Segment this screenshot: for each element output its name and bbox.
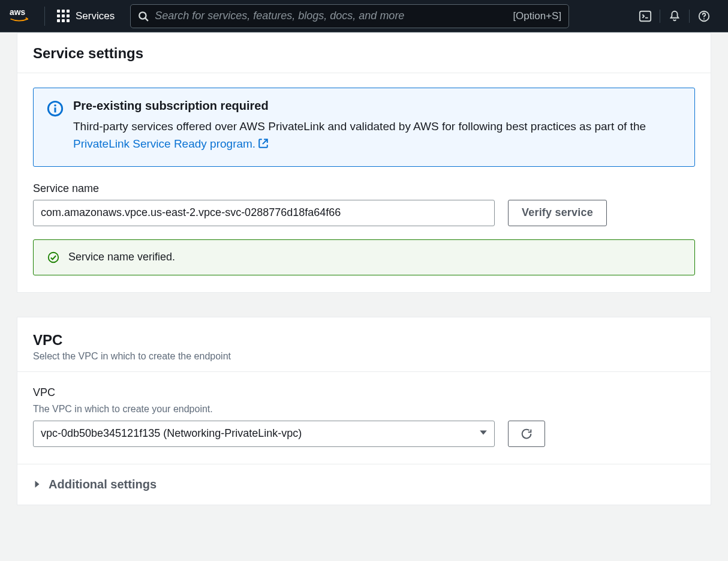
top-nav: aws Services [Option+S] — [0, 0, 728, 32]
privatelink-program-link[interactable]: PrivateLink Service Ready program. — [73, 137, 269, 150]
external-link-icon — [258, 138, 269, 149]
vpc-panel-header: VPC Select the VPC in which to create th… — [17, 317, 711, 372]
service-settings-body: Pre-existing subscription required Third… — [17, 73, 711, 292]
search-icon — [138, 11, 149, 22]
help-button[interactable] — [690, 5, 718, 27]
cloudshell-icon — [639, 10, 652, 23]
svg-line-2 — [146, 18, 149, 21]
caret-right-icon — [33, 480, 41, 488]
search-input[interactable] — [155, 10, 507, 22]
services-menu-button[interactable]: Services — [50, 10, 122, 22]
main-content: Service settings Pre-existing subscripti… — [0, 32, 728, 529]
cloudshell-button[interactable] — [631, 5, 660, 27]
service-settings-header: Service settings — [17, 33, 711, 73]
service-settings-panel: Service settings Pre-existing subscripti… — [17, 32, 711, 293]
bell-icon — [668, 10, 681, 23]
help-icon — [697, 10, 711, 23]
svg-point-11 — [49, 253, 59, 263]
notifications-button[interactable] — [660, 5, 689, 27]
svg-point-6 — [703, 18, 705, 19]
info-box-text: Third-party services offered over AWS Pr… — [73, 118, 681, 153]
service-name-field: Service name Verify service — [33, 182, 695, 226]
vpc-field-sublabel: The VPC in which to create your endpoint… — [33, 404, 695, 415]
grid-icon — [57, 10, 70, 22]
vpc-select-value: vpc-0db50be345121f135 (Networking-Privat… — [33, 421, 495, 447]
service-settings-title: Service settings — [33, 45, 695, 62]
svg-rect-9 — [54, 107, 56, 112]
refresh-vpc-button[interactable] — [508, 421, 545, 447]
check-circle-icon — [47, 251, 60, 264]
vpc-field-label: VPC — [33, 386, 695, 399]
verified-success-box: Service name verified. — [33, 239, 695, 275]
svg-point-8 — [54, 104, 56, 107]
aws-logo[interactable]: aws — [10, 7, 45, 26]
vpc-select[interactable]: vpc-0db50be345121f135 (Networking-Privat… — [33, 421, 495, 447]
svg-line-10 — [263, 140, 267, 145]
verified-message: Service name verified. — [68, 251, 175, 263]
info-box-title: Pre-existing subscription required — [73, 99, 681, 113]
service-name-label: Service name — [33, 182, 695, 195]
vpc-panel-body: VPC The VPC in which to create your endp… — [17, 372, 711, 464]
services-label: Services — [76, 10, 115, 22]
nav-right-icons — [631, 5, 718, 27]
additional-settings-toggle[interactable]: Additional settings — [17, 464, 711, 505]
vpc-panel: VPC Select the VPC in which to create th… — [17, 317, 711, 505]
refresh-icon — [520, 427, 533, 440]
svg-rect-3 — [640, 11, 651, 21]
global-search[interactable]: [Option+S] — [130, 4, 569, 28]
svg-text:aws: aws — [10, 8, 25, 17]
service-name-input[interactable] — [33, 200, 495, 226]
svg-point-1 — [139, 12, 146, 19]
verify-service-button[interactable]: Verify service — [508, 200, 607, 226]
search-shortcut-hint: [Option+S] — [513, 10, 561, 22]
vpc-title: VPC — [33, 332, 695, 349]
additional-settings-label: Additional settings — [49, 478, 157, 491]
vpc-subtitle: Select the VPC in which to create the en… — [33, 351, 695, 362]
subscription-info-box: Pre-existing subscription required Third… — [33, 88, 695, 167]
info-icon — [47, 100, 64, 117]
